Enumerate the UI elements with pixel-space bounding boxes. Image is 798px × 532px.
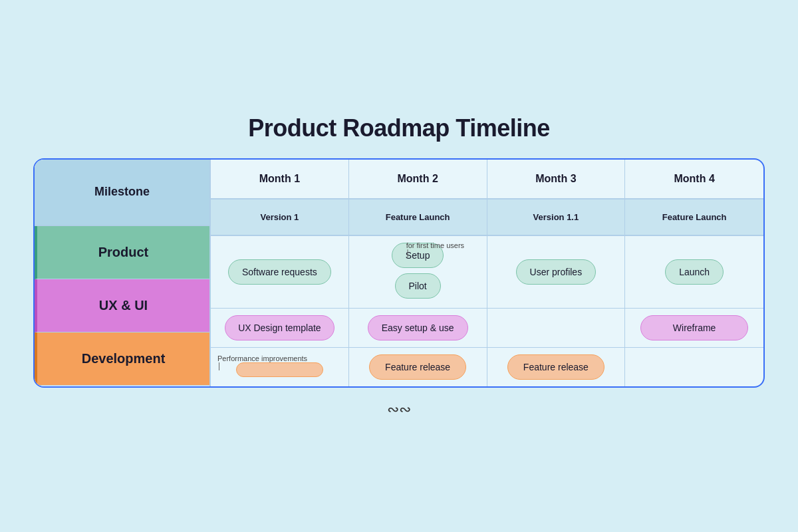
milestone-3: Version 1.1: [487, 200, 626, 235]
software-requests-pill: Software requests: [228, 259, 331, 285]
dev-month4: [625, 348, 763, 386]
product-month1: Software requests: [211, 236, 349, 308]
perf-annotation-line: [219, 362, 219, 370]
dev-label: Development: [68, 338, 179, 380]
sidebar: Milestone Product UX & UI Development: [35, 160, 211, 386]
dev-month1: Performance improvements: [211, 348, 349, 386]
roadmap-container: Milestone Product UX & UI Development Mo…: [33, 158, 765, 388]
wireframe-pill: Wireframe: [640, 315, 748, 340]
dev-month2: Feature release: [349, 348, 487, 386]
month-1: Month 1: [211, 160, 349, 198]
product-row: Software requests for first time users S…: [211, 236, 763, 309]
month-4: Month 4: [625, 160, 763, 198]
ux-label: UX & UI: [86, 285, 161, 327]
ux-design-template-pill: UX Design template: [225, 315, 334, 340]
main-grid: Month 1 Month 2 Month 3 Month 4 Version …: [211, 160, 763, 386]
ux-row: UX Design template Easy setup & use Wire…: [211, 309, 763, 348]
month-3: Month 3: [487, 160, 626, 198]
product-month4: Launch: [625, 236, 763, 308]
milestone-label: Milestone: [94, 185, 150, 199]
sidebar-item-product: Product: [35, 226, 209, 279]
content-rows: Software requests for first time users S…: [211, 236, 763, 386]
annotation-text: for first time users: [406, 241, 464, 249]
easy-setup-pill: Easy setup & use: [368, 315, 468, 340]
milestone-2: Feature Launch: [349, 200, 487, 235]
ux-month3: [487, 309, 626, 347]
dev-month3: Feature release: [487, 348, 626, 386]
sidebar-item-dev: Development: [35, 332, 209, 386]
ux-month1: UX Design template: [211, 309, 349, 347]
feature-release-1-pill: Feature release: [369, 354, 466, 380]
perf-annotation: Performance improvements: [217, 354, 307, 370]
ux-month2: Easy setup & use: [349, 309, 487, 347]
product-month2: for first time users Setup Pilot: [349, 236, 487, 308]
user-profiles-pill: User profiles: [516, 259, 597, 285]
product-month3: User profiles: [487, 236, 626, 308]
dev-row: Performance improvements Feature release…: [211, 348, 763, 386]
page-title: Product Roadmap Timeline: [248, 114, 549, 142]
annotation-line: [408, 249, 408, 257]
footer-logo: ∾∾: [387, 401, 411, 418]
sidebar-header: Milestone: [35, 160, 209, 226]
milestone-4: Feature Launch: [625, 200, 763, 235]
month-2: Month 2: [349, 160, 487, 198]
pilot-pill: Pilot: [395, 273, 441, 299]
launch-pill: Launch: [665, 259, 724, 285]
product-label: Product: [85, 231, 162, 273]
first-time-users-annotation: for first time users: [406, 241, 464, 257]
perf-annotation-text: Performance improvements: [217, 354, 307, 362]
months-row: Month 1 Month 2 Month 3 Month 4: [211, 160, 763, 200]
sidebar-item-ux: UX & UI: [35, 279, 209, 332]
milestones-row: Version 1 Feature Launch Version 1.1 Fea…: [211, 200, 763, 236]
ux-month4: Wireframe: [625, 309, 763, 347]
feature-release-2-pill: Feature release: [507, 354, 604, 380]
milestone-1: Version 1: [211, 200, 349, 235]
